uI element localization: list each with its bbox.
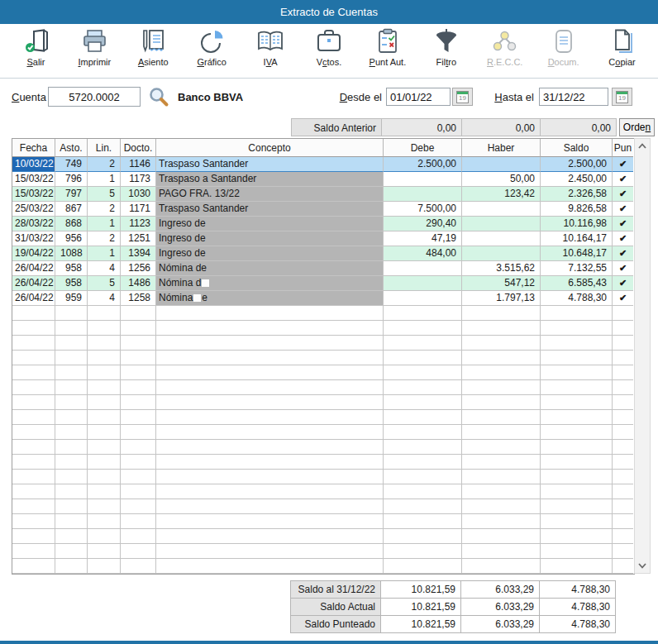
cell-debe [384, 172, 462, 187]
table-row[interactable]: 15/03/2279611173Traspaso a Santander50,0… [12, 172, 634, 187]
cell-pun [613, 321, 633, 336]
desde-date-input[interactable] [386, 88, 451, 106]
cell-pun[interactable]: ✔ [613, 291, 633, 306]
cell-lin [88, 484, 121, 499]
cell-asto [55, 365, 88, 380]
cell-pun[interactable]: ✔ [613, 261, 633, 276]
toolbar-button-vctos[interactable]: Vctos. [300, 24, 359, 78]
cell-pun[interactable]: ✔ [613, 231, 633, 246]
toolbar-button-punt-aut[interactable]: Punt Aut. [358, 24, 417, 78]
cell-pun[interactable]: ✔ [613, 187, 633, 202]
search-button[interactable] [148, 86, 169, 107]
cell-concepto [156, 514, 384, 529]
cell-docto: 1030 [121, 187, 156, 202]
toolbar-button-label: Filtro [436, 57, 456, 67]
cell-pun [613, 470, 633, 484]
empty-row [12, 380, 634, 395]
cell-haber [462, 470, 541, 484]
toolbar-button-asiento[interactable]: Asiento [124, 24, 183, 78]
empty-row [12, 470, 634, 484]
cell-concepto: Nómina de [156, 261, 384, 276]
toolbar-button-iva[interactable]: IVA [241, 24, 300, 78]
cell-concepto [156, 499, 384, 514]
table-row[interactable]: 26/04/2295851486Nómina d547,126.585,43✔ [12, 276, 634, 291]
cell-pun[interactable]: ✔ [613, 276, 633, 291]
cell-docto [121, 321, 156, 336]
scroll-up-button[interactable] [635, 139, 650, 153]
saldo-anterior-label: Saldo Anterior [291, 118, 382, 136]
cell-saldo: 4.788,30 [541, 291, 613, 306]
cell-asto [55, 410, 88, 425]
toolbar-button-salir[interactable]: Salir [7, 24, 65, 78]
cell-saldo [541, 499, 613, 514]
cell-asto [55, 321, 88, 336]
cell-pun[interactable]: ✔ [613, 217, 633, 231]
printer-icon [79, 28, 109, 55]
cell-debe [384, 499, 462, 514]
table-row[interactable]: 31/03/2295621251Ingreso de47,1910.164,17… [12, 231, 634, 246]
table-row[interactable]: 10/03/2274921146Traspaso Santander2.500,… [12, 157, 634, 172]
cell-concepto [156, 321, 384, 336]
table-row[interactable]: 15/03/2279751030PAGO FRA. 13/22123,422.3… [12, 187, 634, 202]
cell-fecha: 10/03/22 [12, 157, 55, 172]
table-row[interactable]: 25/03/2286721171Traspaso Santander7.500,… [12, 202, 634, 217]
cell-asto: 749 [55, 157, 88, 172]
summary-row: Saldo Actual10.821,596.033,294.788,30 [291, 599, 616, 616]
cell-debe [384, 410, 462, 425]
cell-haber [462, 217, 541, 231]
table-row[interactable]: 19/04/22108811394Ingreso de484,0010.648,… [12, 246, 634, 261]
cell-fecha [12, 470, 55, 484]
cell-lin [88, 455, 121, 470]
briefcase-icon [314, 28, 344, 55]
cell-debe [384, 365, 462, 380]
cell-fecha: 26/04/22 [12, 291, 55, 306]
cell-haber [462, 514, 541, 529]
vertical-scrollbar[interactable] [634, 138, 651, 574]
cell-pun[interactable]: ✔ [613, 172, 633, 187]
cell-concepto [156, 529, 384, 544]
toolbar-button-label: Gráfico [197, 57, 226, 67]
toolbar-button-imprimir[interactable]: Imprimir [65, 24, 124, 78]
summary-label: Saldo Punteado [290, 615, 381, 633]
cell-debe [384, 351, 462, 365]
cell-asto [55, 484, 88, 499]
cell-pun [613, 351, 633, 365]
cell-docto [121, 484, 156, 499]
cell-saldo: 2.500,00 [541, 157, 613, 172]
desde-calendar-button[interactable]: 19 [452, 88, 473, 106]
orden-button[interactable]: Orden [619, 118, 655, 136]
cell-fecha [12, 559, 55, 574]
hasta-date-input[interactable] [539, 88, 608, 106]
cell-fecha [12, 410, 55, 425]
table-row[interactable]: 26/04/2295841256Nómina de3.515,627.132,5… [12, 261, 634, 276]
cuenta-input[interactable] [48, 87, 141, 107]
scroll-down-button[interactable] [635, 559, 650, 573]
cell-debe [384, 306, 462, 321]
cell-pun[interactable]: ✔ [613, 202, 633, 217]
cell-fecha [12, 321, 55, 336]
cell-debe [384, 187, 462, 202]
table-row[interactable]: 26/04/2295941258Nóminae1.797,134.788,30✔ [12, 291, 634, 306]
empty-row [12, 440, 634, 455]
toolbar-button-grafico[interactable]: Gráfico [183, 24, 241, 78]
cell-docto [121, 470, 156, 484]
toolbar-button-copiar[interactable]: Copiar [593, 24, 651, 78]
cell-fecha: 25/03/22 [12, 202, 55, 217]
toolbar-button-filtro[interactable]: Filtro [417, 24, 475, 78]
cell-pun[interactable]: ✔ [613, 157, 633, 172]
cell-pun[interactable]: ✔ [613, 246, 633, 261]
toolbar-button-label: Docum. [548, 57, 579, 67]
table-row[interactable]: 28/03/2286811123Ingreso de290,4010.116,9… [12, 217, 634, 231]
cell-asto: 797 [55, 187, 88, 202]
cell-concepto: Traspaso a Santander [156, 172, 384, 187]
cell-saldo [541, 306, 613, 321]
hasta-calendar-button[interactable]: 19 [612, 88, 632, 106]
cell-asto [55, 499, 88, 514]
cell-debe [384, 529, 462, 544]
cell-concepto [156, 559, 384, 574]
cell-concepto: PAGO FRA. 13/22 [156, 187, 384, 202]
cell-haber [462, 365, 541, 380]
cell-docto [121, 499, 156, 514]
cell-pun [613, 440, 633, 455]
cell-debe: 2.500,00 [384, 157, 462, 172]
